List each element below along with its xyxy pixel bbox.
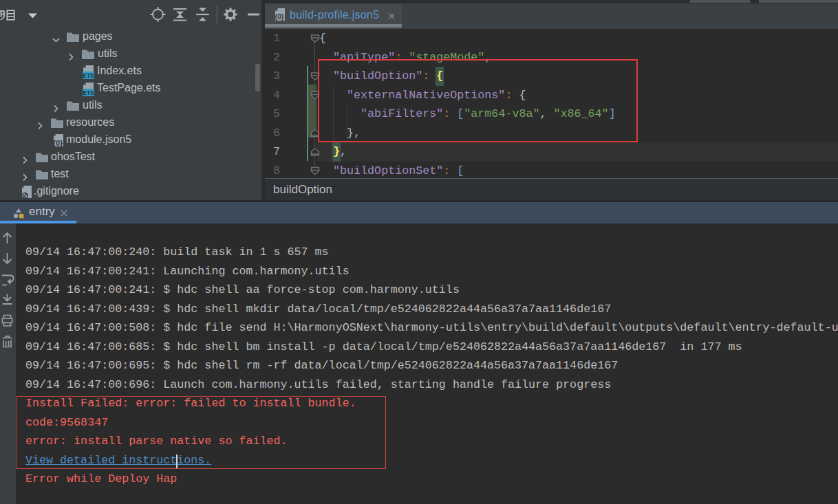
svg-text:{0}: {0} [53,139,63,147]
svg-text:ETS: ETS [83,89,94,96]
svg-text:ETS: ETS [83,72,94,79]
svg-text:{0}: {0} [275,13,283,21]
